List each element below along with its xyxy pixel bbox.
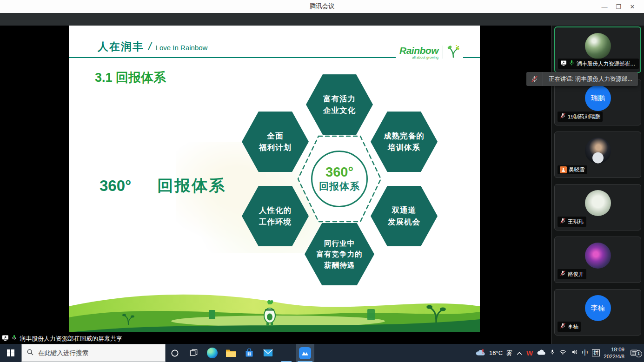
cloud-icon[interactable] (537, 349, 546, 357)
participant-tile-2[interactable]: 瑞鹏 19制药刘瑞鹏 (554, 79, 641, 125)
rainbow-tagline: all about growing (412, 55, 438, 59)
participant-label: 王琪玮 (558, 217, 586, 227)
slide-footer-illustration (69, 290, 480, 332)
hexagon-bottom-line2: 富有竞争力的 (317, 249, 363, 259)
slide-title-slash: / (148, 40, 152, 53)
participant-label: 路俊开 (558, 269, 586, 279)
weather-temp[interactable]: 16°C (489, 349, 503, 356)
network-icon[interactable] (559, 349, 567, 357)
slide-title-en: Love In Rainbow (156, 44, 208, 52)
hexagon-lower-left-line1: 人性化的 (259, 204, 292, 216)
avatar (585, 33, 611, 59)
cortana-button[interactable] (166, 344, 184, 362)
mic-muted-icon (560, 217, 566, 226)
slide-header: 人在润丰 / Love In Rainbow (98, 39, 207, 54)
avatar (585, 243, 611, 269)
participant-tile-3[interactable]: 吴晓雪 (554, 132, 641, 178)
screen-share-banner-text: 润丰股份人力资源部崔国威的屏幕共享 (20, 335, 122, 343)
center-degree: 360° (325, 165, 353, 180)
hexagon-top-line1: 富有活力 (323, 93, 356, 105)
mic-muted-icon (560, 270, 566, 278)
side-360-degree: 360° (100, 177, 131, 195)
participant-tile-5[interactable]: 路俊开 (554, 237, 641, 283)
participant-label: 润丰股份人力资源部崔国威的屏... (558, 59, 639, 69)
folder-icon (226, 349, 236, 357)
taskbar-search-input[interactable]: 在此键入进行搜索 (21, 344, 166, 362)
hexagon-upper-left-line2: 福利计划 (259, 142, 292, 153)
meeting-toolbar (0, 13, 644, 26)
pinned-app-button[interactable] (277, 344, 296, 362)
hexagon-upper-left-line1: 全面 (267, 130, 284, 142)
ime-mode-indicator[interactable]: 拼 (592, 349, 600, 356)
hexagon-bottom-line1: 同行业中 (324, 238, 355, 249)
participant-tile-6[interactable]: 李楠 李楠 (554, 289, 641, 336)
avatar (585, 190, 611, 216)
maximize-button[interactable]: ❐ (611, 0, 625, 13)
task-view-button[interactable] (184, 344, 203, 362)
hexagon-top-line2: 企业文化 (323, 105, 356, 116)
participant-name: 吴晓雪 (569, 166, 585, 173)
logo-separator (443, 46, 443, 59)
rainbow-logo-text: Rainbow all about growing (399, 45, 438, 59)
tree-icon (447, 44, 459, 60)
speaking-toast: 正在讲话: 润丰股份人力资源部... (526, 72, 638, 86)
center-label: 回报体系 (319, 180, 360, 193)
start-button[interactable] (0, 344, 21, 362)
hexagon-bottom: 同行业中 富有竞争力的 薪酬待遇 (305, 223, 374, 285)
rainbow-logo: Rainbow all about growing (396, 44, 463, 60)
window-title: 腾讯会议 (310, 2, 335, 11)
mic-tray-icon[interactable] (550, 349, 555, 357)
hexagon-upper-right-line2: 培训体系 (388, 142, 420, 153)
mail-icon (263, 349, 273, 357)
participant-name: 19制药刘瑞鹏 (568, 113, 600, 120)
participant-name: 润丰股份人力资源部崔国威的屏... (577, 60, 637, 67)
file-explorer-button[interactable] (221, 344, 240, 362)
participant-label: 19制药刘瑞鹏 (558, 112, 603, 122)
mic-muted-icon (560, 323, 566, 331)
hexagon-upper-right-line1: 成熟完备的 (384, 130, 425, 142)
mic-muted-icon (526, 72, 543, 86)
close-button[interactable]: ✕ (625, 0, 639, 13)
rainbow-brand: Rainbow (399, 45, 438, 56)
title-bar: 腾讯会议 — ❐ ✕ (0, 0, 644, 13)
avatar: 瑞鹏 (585, 85, 611, 111)
hexagon-lower-right-line1: 双通道 (392, 204, 417, 216)
action-center-button[interactable]: 1 (628, 349, 640, 357)
participant-tile-4[interactable]: 王琪玮 (554, 184, 641, 230)
tray-expand-chevron[interactable] (516, 349, 523, 357)
app-avatar-icon (281, 348, 292, 359)
mail-button[interactable] (259, 344, 277, 362)
weather-condition[interactable]: 雾 (506, 349, 512, 357)
clock-date: 2022/4/8 (604, 353, 624, 360)
person-badge-icon (560, 166, 567, 173)
avatar: 李楠 (585, 295, 611, 321)
store-icon (245, 349, 254, 358)
weather-icon[interactable] (475, 349, 485, 358)
participant-tile-1[interactable]: 润丰股份人力资源部崔国威的屏... (554, 26, 641, 73)
screen-share-icon (2, 335, 9, 343)
wps-icon[interactable]: W (526, 349, 533, 357)
center-circle: 360° 回报体系 (311, 151, 368, 207)
tencent-meeting-icon (299, 347, 311, 359)
window-controls: — ❐ ✕ (598, 0, 639, 13)
search-icon (27, 349, 34, 358)
side-360-label: 360° 回报体系 (100, 175, 226, 197)
mic-on-icon (569, 59, 575, 68)
ime-language-indicator[interactable]: 中 (582, 349, 588, 357)
taskbar-clock[interactable]: 18:09 2022/4/8 (604, 346, 624, 360)
microsoft-store-button[interactable] (240, 344, 259, 362)
edge-icon (207, 348, 218, 358)
section-title: 3.1 回报体系 (95, 69, 166, 86)
tencent-meeting-button[interactable] (296, 344, 314, 362)
screen-share-icon (560, 59, 567, 68)
taskbar: 在此键入进行搜索 (0, 344, 644, 362)
edge-button[interactable] (203, 344, 221, 362)
hexagon-lower-left-line2: 工作环境 (259, 216, 292, 228)
minimize-button[interactable]: — (598, 0, 611, 13)
volume-icon[interactable] (571, 349, 578, 357)
participant-name: 王琪玮 (568, 218, 584, 225)
speaking-toast-text: 正在讲话: 润丰股份人力资源部... (543, 75, 638, 83)
clock-time: 18:09 (604, 346, 624, 353)
hexagon-top: 富有活力 企业文化 (306, 74, 373, 135)
participant-label: 吴晓雪 (558, 165, 587, 174)
